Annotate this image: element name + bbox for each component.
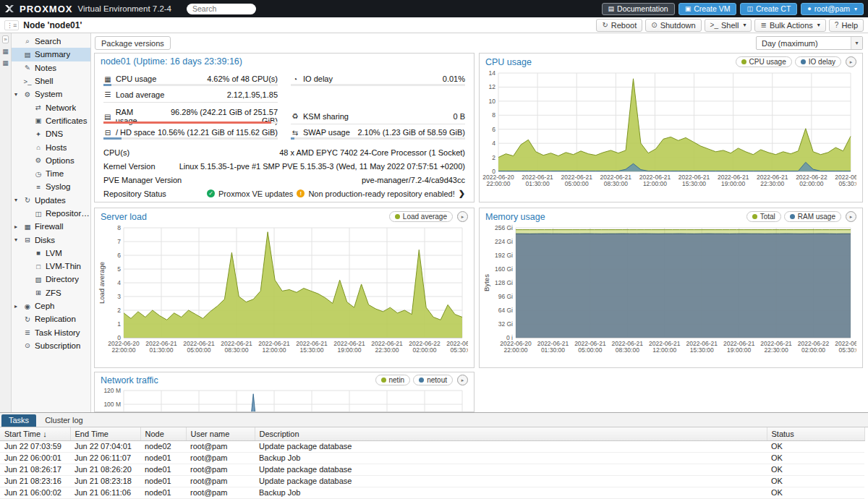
task-row[interactable]: Jun 22 07:03:59Jun 22 07:04:01node02root… [0,440,864,452]
legend-netout[interactable]: netout [413,375,453,385]
tree-collapse-icon[interactable]: ⋮≡ [4,20,19,30]
sidebar-item-ceph[interactable]: ▸◉Ceph [12,299,90,312]
task-cell: Update package database [255,464,767,475]
tree-expander-icon[interactable]: » [2,35,8,43]
net-chart-svg: 2022-06-2022:00:002022-06-2101:30:002022… [98,386,468,412]
column-header-node[interactable]: Node [140,427,186,440]
sidebar-item-lvm-thin[interactable]: □LVM-Thin [12,260,90,273]
tab-tasks[interactable]: Tasks [1,414,36,427]
sidebar-item-dns[interactable]: ✦DNS [12,127,90,140]
legend-load-average[interactable]: Load average [389,211,453,222]
shutdown-button[interactable]: ⊙ Shutdown [645,19,701,32]
time-range-select[interactable]: Day (maximum) ▾ [756,36,863,50]
sidebar-item-certificates[interactable]: ▣Certificates [12,114,90,127]
column-header-user-name[interactable]: User name [186,427,255,440]
sidebar-item-label: System [35,90,62,98]
create-vm-button[interactable]: ▣ Create VM [678,3,737,15]
task-cell: root@pam [186,452,255,464]
caret-right-icon[interactable]: ▸ [14,303,22,310]
sidebar-item-time[interactable]: ◷Time [12,167,90,180]
tab-cluster-log[interactable]: Cluster log [38,414,90,427]
column-header-description[interactable]: Description [255,427,767,440]
app-header: PROXMOX Virtual Environment 7.2-4 ▤ Docu… [0,0,868,17]
task-row[interactable]: Jun 21 08:26:17Jun 21 08:26:20node01root… [0,464,864,475]
reboot-button[interactable]: ↻ Reboot [596,19,642,32]
sidebar-item-notes[interactable]: ✎Notes [12,61,90,74]
legend-io-delay[interactable]: IO delay [795,56,841,67]
caret-down-icon[interactable]: ▾ [14,197,22,203]
bulk-actions-button[interactable]: ≣ Bulk Actions ▾ [754,19,825,32]
legend-total[interactable]: Total [746,211,781,222]
legend-label: CPU usage [749,58,786,66]
caret-right-icon[interactable]: ▸ [14,223,22,230]
certificates-icon: ▣ [33,116,43,124]
task-row[interactable]: Jun 21 06:00:02Jun 21 06:11:06node01root… [0,487,864,498]
sidebar-item-replication[interactable]: ↻Replication [12,312,90,325]
task-cell: Jun 21 06:00:02 [0,487,70,498]
task-cell: Update package database [255,440,767,452]
undock-button[interactable]: ▸ [457,375,468,385]
undock-button[interactable]: ▸ [846,211,856,222]
sidebar-item-hosts[interactable]: ⌂Hosts [12,140,90,153]
legend-label: Total [760,213,775,221]
sidebar-item-task-history[interactable]: ≣Task History [12,326,90,339]
undock-button[interactable]: ▸ [846,56,856,67]
memory-usage-panel: Memory usage TotalRAM usage ▸ 2022-06-20… [479,208,863,368]
column-header-end-time[interactable]: End Time [70,427,140,440]
dns-icon: ✦ [33,130,43,138]
sidebar-item-network[interactable]: ⇄Network [12,101,90,114]
legend-ram-usage[interactable]: RAM usage [784,211,841,222]
metric-label: KSM sharing [303,112,349,121]
caret-down-icon[interactable]: ▾ [14,236,22,243]
sidebar-item-repositories[interactable]: ◫Repositories [12,207,90,220]
svg-text:15:30:00: 15:30:00 [682,180,706,187]
column-header-start-time[interactable]: Start Time ↓ [0,427,70,440]
package-versions-button[interactable]: Package versions [95,36,171,50]
legend-cpu-usage[interactable]: CPU usage [736,56,792,67]
svg-text:15:30:00: 15:30:00 [690,346,714,354]
time-icon: ◷ [33,170,43,178]
shell-button[interactable]: >_ Shell ▾ [705,19,752,32]
sidebar-item-system[interactable]: ▾⚙System [12,88,90,101]
sidebar-item-subscription[interactable]: ⊙Subscription [12,339,90,352]
task-row[interactable]: Jun 21 08:23:16Jun 21 08:23:18node01root… [0,475,864,487]
metric-progress-track [291,137,465,140]
task-row[interactable]: Jun 22 06:00:01Jun 22 06:11:07node01root… [0,452,864,464]
sidebar-item-label: Subscription [35,341,80,350]
sidebar-item-updates[interactable]: ▾↻Updates [12,194,90,207]
documentation-button[interactable]: ▤ Documentation [602,3,675,15]
create-ct-label: Create CT [756,4,791,13]
sidebar-item-disks[interactable]: ▾⊟Disks [12,233,90,246]
undock-button[interactable]: ▸ [457,211,468,222]
sidebar-item-directory[interactable]: ▨Directory [12,273,90,286]
sidebar-item-options[interactable]: ⚙Options [12,154,90,167]
sidebar-item-summary[interactable]: ▤Summary [12,48,90,61]
sidebar-item-firewall[interactable]: ▸▦Firewall [12,220,90,233]
swap-icon: ⇆ [291,129,299,137]
proxmox-logo-icon [4,4,14,14]
create-ct-button[interactable]: ◫ Create CT [740,3,797,15]
svg-text:7: 7 [117,238,121,245]
help-label: Help [841,21,858,30]
task-cell: node01 [140,475,186,487]
chevron-right-icon[interactable]: ❯ [459,189,465,198]
cpu-chart: 2022-06-2022:00:002022-06-2101:30:002022… [480,69,862,195]
help-button[interactable]: ? Help [829,19,864,32]
sidebar-item-shell[interactable]: >_Shell [12,74,90,88]
svg-text:01:30:00: 01:30:00 [526,180,550,187]
svg-text:0 i: 0 i [506,334,513,341]
legend-netin[interactable]: netin [375,375,411,385]
sidebar-item-syslog[interactable]: ≡Syslog [12,180,90,193]
node-icon[interactable]: ▦ [2,59,9,67]
global-search-input[interactable] [187,4,256,14]
column-header-status[interactable]: Status [767,427,864,440]
sidebar-item-zfs[interactable]: ⊞ZFS [12,286,90,299]
caret-down-icon[interactable]: ▾ [14,91,22,98]
user-menu-button[interactable]: ● root@pam ▾ [801,3,864,15]
sidebar-item-search[interactable]: ⌕Search [12,35,90,48]
bulk-actions-label: Bulk Actions [770,21,813,30]
sidebar-item-lvm[interactable]: ■LVM [12,247,90,260]
summary-title: node01 (Uptime: 16 days 23:39:16) [101,56,242,67]
metric-progress-fill [291,137,294,140]
datacenter-icon[interactable]: ▦ [2,48,9,55]
